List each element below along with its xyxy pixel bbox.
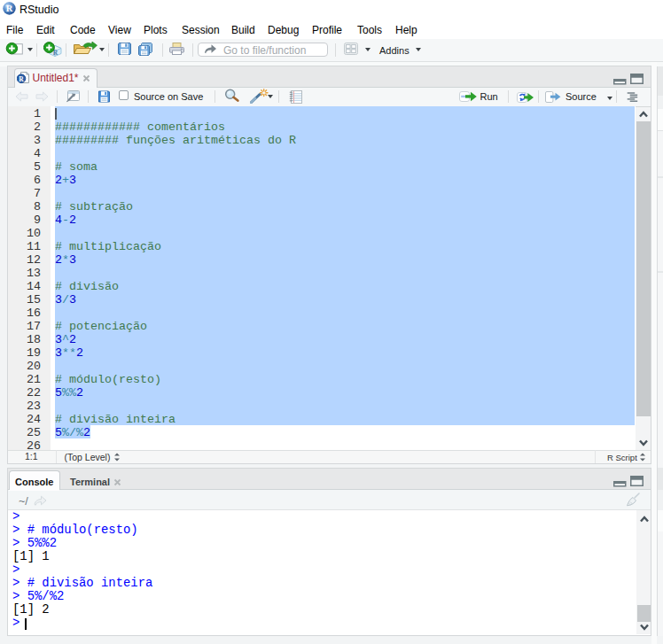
svg-text:R: R [19, 75, 24, 83]
svg-text:R: R [6, 4, 13, 13]
